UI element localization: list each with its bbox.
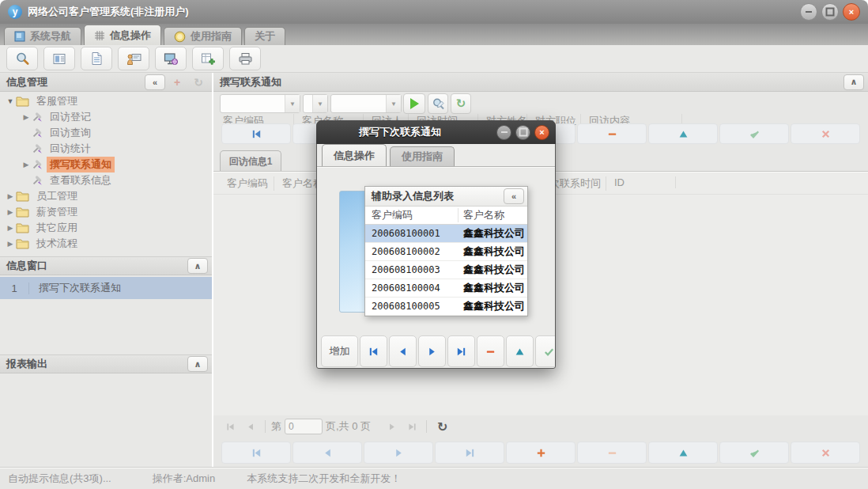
grid-icon	[94, 30, 105, 41]
column-header[interactable]: 客户编码	[225, 176, 274, 191]
next-record-button[interactable]	[364, 442, 433, 464]
tree-item[interactable]: 查看联系信息	[0, 172, 212, 188]
filter-value-select[interactable]: ▼	[330, 94, 402, 113]
prior-record-button[interactable]	[389, 335, 417, 367]
dialog-minimize-button[interactable]	[496, 125, 511, 140]
delete-record-button[interactable]	[577, 123, 647, 144]
run-filter-button[interactable]	[403, 93, 425, 114]
post-record-button[interactable]	[719, 123, 789, 144]
form-button[interactable]	[43, 47, 75, 70]
first-record-button[interactable]	[221, 123, 291, 144]
delete-record-button[interactable]	[477, 335, 504, 367]
tree-item[interactable]: ▶技术流程	[0, 236, 212, 252]
collapse-left-icon[interactable]: «	[504, 188, 524, 204]
prev-page-button[interactable]	[242, 418, 259, 435]
minimize-button[interactable]	[800, 3, 817, 21]
tab-1[interactable]: 系统导航	[4, 27, 81, 45]
refresh-icon[interactable]: ↻	[189, 75, 208, 89]
maximize-button[interactable]	[821, 3, 839, 21]
tree-item-label: 薪资管理	[33, 204, 81, 220]
report-output-body	[0, 373, 212, 467]
assist-input-panel: 辅助录入信息列表 « 客户编码 客户名称 200608100001鑫鑫科技公司2…	[364, 186, 528, 317]
tool-icon	[32, 112, 43, 123]
user-board-button[interactable]	[118, 47, 149, 70]
last-page-button[interactable]	[403, 418, 421, 435]
search-button[interactable]	[6, 47, 38, 70]
monitor-button[interactable]	[155, 47, 187, 70]
last-record-button[interactable]	[435, 442, 504, 464]
add-button[interactable]: 增加	[321, 335, 358, 367]
tree-item[interactable]: ▶其它应用	[0, 220, 212, 236]
last-record-button[interactable]	[447, 335, 475, 367]
printer-button[interactable]	[229, 47, 261, 70]
refresh-grid-button[interactable]: ↻	[451, 93, 471, 114]
pagination-bar: 第 页,共 0 页 ↻	[221, 415, 447, 438]
tree-item[interactable]: ▼客服管理	[0, 93, 212, 109]
filter-operator-select[interactable]: ▼	[303, 94, 328, 113]
dialog-tab-info-operation[interactable]: 信息操作	[322, 144, 387, 166]
customer-code: 200608100002	[365, 246, 459, 257]
tab-3[interactable]: 使用指南	[164, 27, 242, 45]
filter-field-select[interactable]: ▼	[220, 94, 300, 113]
assist-row[interactable]: 200608100005鑫鑫科技公司	[365, 298, 527, 316]
advanced-search-button[interactable]	[428, 93, 448, 114]
edit-record-button[interactable]	[506, 335, 534, 367]
tree-item[interactable]: 回访查询	[0, 125, 212, 141]
post-record-button[interactable]	[719, 442, 789, 464]
assist-row[interactable]: 200608100002鑫鑫科技公司	[365, 243, 527, 261]
tree-item[interactable]: 回访统计	[0, 141, 212, 157]
next-page-button[interactable]	[383, 418, 400, 435]
tree-item[interactable]: ▶撰写联系通知	[0, 157, 212, 172]
search-edit-icon	[432, 97, 445, 110]
first-record-button[interactable]	[360, 335, 387, 367]
column-header[interactable]: ID	[613, 176, 676, 188]
assist-row[interactable]: 200608100003鑫鑫科技公司	[365, 261, 527, 279]
tree-item[interactable]: ▶薪资管理	[0, 204, 212, 220]
delete-record-button[interactable]	[577, 442, 647, 464]
collapse-up-icon[interactable]: ∧	[187, 258, 208, 274]
table-add-button[interactable]	[192, 47, 224, 70]
edit-record-button[interactable]	[648, 442, 718, 464]
refresh-page-icon[interactable]: ↻	[437, 419, 447, 434]
page-number-input[interactable]	[285, 419, 323, 434]
assist-row[interactable]: 200608100006鑫鑫科技公司	[365, 316, 527, 317]
folder-icon	[16, 238, 29, 249]
tree-right-arrow-icon[interactable]: ▶	[5, 208, 16, 216]
info-window-item[interactable]: 1撰写下次联系通知	[0, 277, 212, 299]
tab-4[interactable]: 关于	[244, 27, 285, 45]
prior-record-button[interactable]	[292, 442, 362, 464]
assist-row[interactable]: 200608100001鑫鑫科技公司	[365, 225, 527, 243]
collapse-up-icon[interactable]: ∧	[187, 356, 208, 372]
first-record-button[interactable]	[221, 442, 291, 464]
search-icon	[15, 51, 30, 66]
tab-2[interactable]: 信息操作	[84, 25, 161, 45]
customer-code: 200608100005	[365, 301, 459, 312]
dialog-maximize-button[interactable]	[515, 125, 530, 140]
tree-right-arrow-icon[interactable]: ▶	[21, 113, 32, 121]
collapse-up-icon[interactable]: ∧	[843, 74, 864, 90]
tab-visit-info[interactable]: 回访信息1	[220, 150, 281, 172]
edit-record-button[interactable]	[648, 123, 718, 144]
tree-right-arrow-icon[interactable]: ▶	[21, 161, 32, 169]
first-page-button[interactable]	[221, 418, 239, 435]
tree-item[interactable]: ▶回访登记	[0, 109, 212, 125]
nav-square-icon	[14, 31, 25, 42]
dialog-tab-user-guide[interactable]: 使用指南	[390, 146, 455, 166]
cancel-record-button[interactable]	[791, 123, 860, 144]
tree-right-arrow-icon[interactable]: ▶	[5, 192, 16, 200]
cancel-record-button[interactable]	[791, 442, 860, 464]
collapse-left-icon[interactable]: «	[145, 74, 165, 90]
close-button[interactable]: ×	[843, 3, 860, 21]
add-icon[interactable]: +	[168, 75, 187, 89]
chevron-down-icon: ▼	[285, 95, 300, 112]
insert-record-button[interactable]	[506, 442, 576, 464]
next-record-button[interactable]	[418, 335, 446, 367]
post-record-button[interactable]	[535, 335, 555, 367]
document-button[interactable]	[81, 47, 112, 70]
tree-down-arrow-icon[interactable]: ▼	[5, 97, 16, 105]
assist-row[interactable]: 200608100004鑫鑫科技公司	[365, 279, 527, 298]
tree-right-arrow-icon[interactable]: ▶	[5, 240, 16, 248]
dialog-close-button[interactable]: ×	[534, 125, 549, 140]
tree-item[interactable]: ▶员工管理	[0, 188, 212, 204]
tree-right-arrow-icon[interactable]: ▶	[5, 224, 16, 232]
